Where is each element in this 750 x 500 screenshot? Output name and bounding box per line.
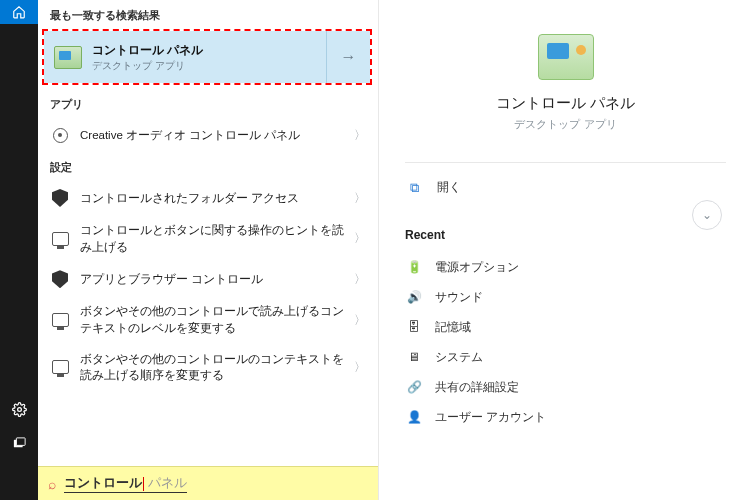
settings-gear-icon[interactable] <box>0 392 38 426</box>
display-icon <box>50 357 70 377</box>
best-match-header: 最も一致する検索結果 <box>38 0 378 29</box>
best-match-title: コントロール パネル <box>92 42 203 59</box>
best-match-subtitle: デスクトップ アプリ <box>92 59 203 73</box>
storage-icon: 🗄 <box>405 318 423 336</box>
settings-result-item[interactable]: コントロールとボタンに関する操作のヒントを読み上げる 〉 <box>38 215 378 262</box>
chevron-right-icon: 〉 <box>354 230 366 247</box>
best-match-highlight: コントロール パネル デスクトップ アプリ → <box>42 29 372 85</box>
shield-icon <box>50 188 70 208</box>
detail-subtitle: デスクトップ アプリ <box>514 117 616 132</box>
chevron-right-icon: 〉 <box>354 190 366 207</box>
search-results-panel: 最も一致する検索結果 コントロール パネル デスクトップ アプリ → アプリ C… <box>38 0 378 500</box>
svg-point-0 <box>17 407 21 411</box>
chevron-right-icon: 〉 <box>354 271 366 288</box>
recent-item[interactable]: 🔋 電源オプション <box>405 252 726 282</box>
best-match-item[interactable]: コントロール パネル デスクトップ アプリ → <box>44 31 370 83</box>
control-panel-icon-large <box>538 34 594 80</box>
control-panel-icon <box>54 46 82 69</box>
taskbar-sidebar <box>0 0 38 500</box>
chevron-right-icon: 〉 <box>354 359 366 376</box>
settings-result-item[interactable]: ボタンやその他のコントロールで読み上げるコンテキストのレベルを変更する 〉 <box>38 296 378 343</box>
search-icon: ⌕ <box>48 476 56 492</box>
chevron-right-icon: 〉 <box>354 312 366 329</box>
detail-panel: コントロール パネル デスクトップ アプリ ⧉ 開く ⌄ Recent 🔋 電源… <box>378 0 750 500</box>
recent-item[interactable]: 🗄 記憶域 <box>405 312 726 342</box>
recent-item[interactable]: 🖥 システム <box>405 342 726 372</box>
settings-header: 設定 <box>38 152 378 181</box>
svg-rect-2 <box>16 437 25 445</box>
recent-item[interactable]: 🔊 サウンド <box>405 282 726 312</box>
settings-result-item[interactable]: コントロールされたフォルダー アクセス 〉 <box>38 181 378 215</box>
expand-arrow-icon[interactable]: → <box>326 31 370 83</box>
detail-title: コントロール パネル <box>496 94 635 113</box>
user-account-icon: 👤 <box>405 408 423 426</box>
recent-item[interactable]: 🔗 共有の詳細設定 <box>405 372 726 402</box>
system-icon: 🖥 <box>405 348 423 366</box>
recent-item[interactable]: 👤 ユーザー アカウント <box>405 402 726 432</box>
open-icon: ⧉ <box>405 180 423 196</box>
apps-header: アプリ <box>38 89 378 118</box>
display-icon <box>50 310 70 330</box>
images-icon[interactable] <box>0 426 38 460</box>
sound-icon: 🔊 <box>405 288 423 306</box>
search-input[interactable]: コントロール パネル <box>64 474 187 493</box>
open-action[interactable]: ⧉ 開く <box>405 173 726 202</box>
creative-audio-icon <box>50 125 70 145</box>
chevron-right-icon: 〉 <box>354 127 366 144</box>
home-icon[interactable] <box>0 0 38 24</box>
app-result-item[interactable]: Creative オーディオ コントロール パネル 〉 <box>38 118 378 152</box>
expand-chevron-button[interactable]: ⌄ <box>692 200 722 230</box>
display-icon <box>50 229 70 249</box>
recent-header: Recent <box>405 228 726 242</box>
search-bar[interactable]: ⌕ コントロール パネル <box>38 466 378 500</box>
power-icon: 🔋 <box>405 258 423 276</box>
settings-result-item[interactable]: アプリとブラウザー コントロール 〉 <box>38 262 378 296</box>
shield-icon <box>50 269 70 289</box>
settings-result-item[interactable]: ボタンやその他のコントロールのコンテキストを読み上げる順序を変更する 〉 <box>38 344 378 391</box>
sharing-icon: 🔗 <box>405 378 423 396</box>
